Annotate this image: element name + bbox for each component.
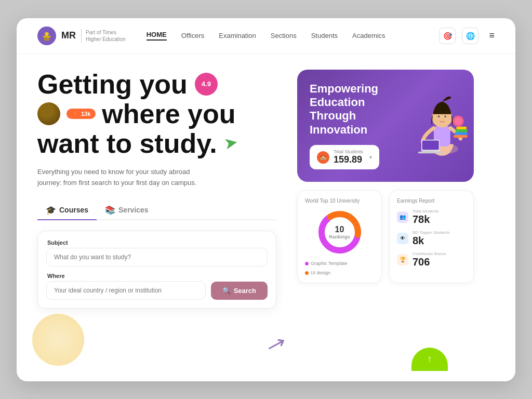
earnings-icon-3: 🏆: [397, 254, 408, 265]
svg-rect-11: [454, 135, 468, 138]
nav-students[interactable]: Students: [311, 32, 338, 39]
courses-tab-icon: 🎓: [46, 205, 56, 215]
svg-rect-14: [456, 127, 467, 129]
decorative-arrow: ↗: [264, 330, 285, 356]
legend-label-1: Graphic Template: [311, 261, 347, 266]
nav-sections[interactable]: Sections: [271, 32, 297, 39]
courses-tab-label: Courses: [59, 206, 88, 214]
donut-chart-area: 10 Rankings: [305, 209, 374, 256]
navbar: MR Part of Times Higher Education HOME O…: [17, 18, 515, 54]
nav-icon-target[interactable]: 🎯: [439, 28, 456, 44]
nav-icons: 🎯 🌐 ≡: [439, 28, 495, 44]
nav-examination[interactable]: Examination: [219, 32, 256, 39]
character-illustration: [396, 70, 474, 182]
services-tab-label: Services: [118, 206, 149, 214]
earnings-value-3: 706: [413, 256, 430, 268]
svg-rect-12: [455, 132, 468, 135]
earnings-row-2: 👁 BD Topper Students 8k: [397, 230, 466, 246]
svg-rect-2: [43, 36, 51, 37]
svg-point-16: [455, 117, 462, 125]
rating-badge: 4.9: [195, 73, 218, 96]
purple-card: Empowering Education Through Innovation …: [297, 70, 474, 182]
donut-card: World Top 10 University 10 Ranki: [297, 190, 382, 283]
students-badge-info: Total Students 159.89: [334, 149, 363, 165]
earnings-label-2: BD Topper Students: [413, 230, 449, 235]
dropdown-icon: ▾: [369, 154, 372, 160]
donut-title: World Top 10 University: [305, 198, 374, 204]
tag-icon: 🔸: [72, 111, 79, 117]
students-badge-value: 159.89: [334, 154, 363, 165]
logo-icon: [37, 26, 56, 45]
legend-item-2: UI design: [305, 270, 330, 275]
legend-item-1: Graphic Template: [305, 261, 347, 266]
legend-label-2: UI design: [311, 270, 330, 275]
students-badge: 🏫 Total Students 159.89 ▾: [310, 145, 379, 169]
decorative-circle: [32, 314, 84, 366]
hero-line2: 🔸 13k where you: [37, 99, 276, 129]
nav-links: HOME Officers Examination Sections Stude…: [147, 31, 429, 41]
nav-icon-globe[interactable]: 🌐: [462, 28, 478, 44]
legend-dot-2: [305, 271, 309, 275]
earnings-icon-1: 👥: [397, 211, 408, 223]
tag-count: 13k: [81, 111, 90, 117]
earnings-value-1: 78k: [413, 214, 430, 225]
students-badge-icon: 🏫: [317, 151, 329, 164]
search-icon: 🔍: [222, 287, 231, 295]
nav-officers[interactable]: Officers: [181, 32, 205, 39]
main-content: Getting you 4.9 🔸 13k where you want to …: [17, 54, 515, 381]
earnings-card: Earnings Report 👥 Total Students 78k 👁 B…: [389, 190, 474, 283]
tab-services[interactable]: 📚 Services: [97, 201, 157, 219]
tab-courses[interactable]: 🎓 Courses: [37, 201, 97, 219]
logo-area: MR Part of Times Higher Education: [37, 26, 126, 45]
donut-center-label: 10 Rankings: [329, 225, 350, 240]
nav-academics[interactable]: Academics: [352, 32, 385, 39]
earnings-title: Earnings Report: [397, 198, 466, 204]
hero-text-line1: Getting you: [37, 70, 188, 99]
where-label: Where: [46, 273, 206, 279]
nav-home[interactable]: HOME: [147, 31, 167, 41]
earnings-value-2: 8k: [413, 235, 424, 246]
svg-point-7: [444, 115, 446, 117]
logo-text: MR: [61, 30, 76, 41]
search-form: Subject Where 🔍 Search: [37, 231, 276, 309]
earnings-icon-2: 👁: [397, 233, 408, 244]
subject-input[interactable]: [46, 248, 268, 267]
donut-sub-label: Rankings: [329, 234, 350, 240]
follower-tag: 🔸 13k: [66, 109, 96, 119]
earnings-label-3: Contributor Bonus: [413, 251, 446, 256]
search-button[interactable]: 🔍 Search: [211, 282, 268, 300]
earnings-info-3: Contributor Bonus 706: [413, 251, 446, 268]
hero-title: Getting you 4.9 🔸 13k where you want to …: [37, 70, 276, 159]
svg-rect-1: [44, 36, 50, 40]
earnings-label-1: Total Students: [413, 209, 439, 214]
logo-subtitle: Part of Times Higher Education: [81, 29, 126, 43]
share-arrow-icon: ➤: [223, 135, 237, 152]
page-wrapper: MR Part of Times Higher Education HOME O…: [17, 18, 515, 381]
svg-rect-9: [422, 140, 439, 150]
earnings-info-2: BD Topper Students 8k: [413, 230, 449, 246]
hamburger-menu[interactable]: ≡: [489, 30, 495, 41]
where-field: Where: [46, 273, 206, 300]
where-input[interactable]: [46, 281, 206, 300]
services-tab-icon: 📚: [105, 205, 115, 215]
scroll-up-icon: ↑: [428, 354, 432, 365]
hero-subtitle: Everything you need to know for your stu…: [37, 167, 214, 189]
hero-line3: want to study. ➤: [37, 129, 276, 158]
scroll-up-button[interactable]: ↑: [411, 348, 448, 371]
svg-point-6: [438, 115, 440, 117]
hero-text-line2: where you: [102, 99, 235, 129]
hero-line1: Getting you 4.9: [37, 70, 276, 99]
earnings-info-1: Total Students 78k: [413, 209, 439, 225]
students-badge-label: Total Students: [334, 149, 363, 154]
donut-legend: Graphic Template UI design: [305, 261, 374, 275]
user-avatar: [37, 102, 60, 125]
donut-value: 10: [329, 225, 350, 234]
subject-field: Subject: [46, 240, 268, 267]
svg-rect-13: [456, 129, 468, 132]
tab-bar: 🎓 Courses 📚 Services: [37, 201, 276, 220]
bottom-cards: World Top 10 University 10 Ranki: [297, 190, 474, 283]
earnings-row-1: 👥 Total Students 78k: [397, 209, 466, 225]
svg-rect-10: [418, 152, 444, 154]
search-row: Where 🔍 Search: [46, 273, 268, 300]
search-btn-label: Search: [234, 287, 256, 295]
